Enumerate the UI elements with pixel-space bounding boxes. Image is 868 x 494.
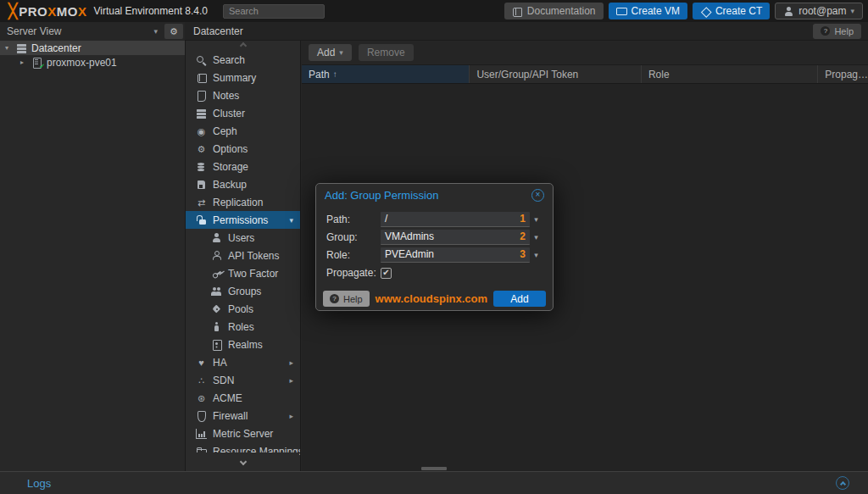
step-marker-2: 2 [520, 230, 526, 242]
view-selector-value: Server View [7, 25, 61, 37]
menu-item-backup[interactable]: Backup [186, 175, 300, 193]
chevron-right-icon: ▸ [289, 412, 293, 420]
close-icon[interactable]: × [531, 189, 544, 202]
retweet-icon: ⇄ [196, 197, 207, 208]
tree-item-label: proxmox-pve01 [47, 57, 117, 69]
menu-item-metric-server[interactable]: Metric Server [186, 425, 300, 442]
logs-splitter-handle[interactable] [421, 467, 447, 470]
check-icon: ✔ [39, 64, 45, 70]
chevron-down-icon[interactable]: ▾ [530, 233, 542, 241]
add-button[interactable]: Add▾ [309, 44, 352, 61]
create-vm-button[interactable]: Create VM [609, 3, 687, 19]
propagate-row: Propagate: ✔ [326, 264, 542, 282]
menu-item-pools[interactable]: Pools [186, 300, 300, 318]
role-combo[interactable]: PVEAdmin3 [381, 247, 530, 263]
role-field-row: Role: PVEAdmin3 ▾ [326, 246, 542, 264]
resource-tree: ▾ Datacenter ▸ ✔ proxmox-pve01 [0, 41, 185, 471]
chevron-down-icon [239, 458, 246, 465]
column-header-role[interactable]: Role [642, 65, 818, 83]
menu-item-notes[interactable]: Notes [186, 86, 300, 104]
watermark-text: www.cloudspinx.com [376, 292, 487, 305]
menu-item-storage[interactable]: Storage [186, 158, 300, 175]
global-search-input[interactable] [223, 4, 325, 19]
menu-item-sdn[interactable]: ∴SDN▸ [186, 371, 300, 389]
menu-item-search[interactable]: Search [186, 51, 300, 69]
remove-button[interactable]: Remove [359, 44, 414, 61]
tag-icon [211, 304, 222, 314]
person-icon [211, 322, 222, 332]
column-header-user-group-api-token[interactable]: User/Group/API Token [470, 65, 641, 83]
node-online-icon: ✔ [31, 58, 42, 68]
sort-asc-icon: ↑ [333, 69, 337, 79]
menu-item-cluster[interactable]: Cluster [186, 104, 300, 122]
group-field-label: Group: [326, 231, 381, 243]
address-book-icon [211, 340, 222, 350]
panel-help-button[interactable]: ?Help [813, 24, 861, 39]
expand-logs-icon[interactable] [836, 476, 849, 490]
proxmox-wordmark: PROXMOX [19, 4, 86, 19]
chevron-right-icon: ▸ [289, 358, 293, 367]
create-ct-button[interactable]: Create CT [693, 3, 770, 19]
column-header-path[interactable]: Path↑ [302, 65, 470, 83]
menu-item-api-tokens[interactable]: API Tokens [186, 247, 300, 264]
dialog-body: Path: /1 ▾ Group: VMAdmins2 ▾ Role: PVEA… [316, 207, 553, 282]
menu-item-summary[interactable]: Summary [186, 69, 300, 86]
menu-item-acme[interactable]: ⊛ACME [186, 389, 300, 407]
menu-item-replication[interactable]: ⇄Replication [186, 193, 300, 211]
book-icon [512, 6, 523, 16]
dialog-header[interactable]: Add: Group Permission × [316, 184, 553, 207]
menu-item-firewall[interactable]: Firewall▸ [186, 407, 300, 425]
group-combo[interactable]: VMAdmins2 [381, 230, 530, 245]
book-icon [196, 73, 207, 83]
path-combo[interactable]: /1 [381, 212, 530, 227]
tree-item-node[interactable]: ▸ ✔ proxmox-pve01 [0, 55, 185, 69]
user-icon [211, 233, 222, 243]
dialog-add-button[interactable]: Add [493, 291, 546, 307]
question-icon: ? [821, 26, 830, 36]
chevron-down-icon: ▾ [339, 48, 343, 57]
tree-item-datacenter[interactable]: ▾ Datacenter [0, 41, 185, 55]
menu-item-two-factor[interactable]: Two Factor [186, 264, 300, 282]
logs-bar[interactable]: Logs [0, 471, 868, 494]
gear-icon: ⚙ [170, 26, 178, 37]
menu-scroll-down[interactable] [186, 452, 299, 471]
version-text: Virtual Environment 8.4.0 [93, 5, 208, 17]
tree-settings-button[interactable]: ⚙ [164, 24, 183, 39]
grid-toolbar: Add▾ Remove [302, 41, 868, 64]
chevron-down-icon: ▾ [289, 216, 293, 225]
menu-item-realms[interactable]: Realms [186, 336, 300, 353]
column-header-propagate[interactable]: Propag… [818, 65, 868, 83]
search-icon [196, 55, 207, 65]
menu-item-roles[interactable]: Roles [186, 318, 300, 336]
documentation-button[interactable]: Documentation [504, 3, 604, 19]
propagate-label: Propagate: [326, 267, 381, 279]
user-menu-button[interactable]: root@pam▾ [775, 3, 863, 19]
view-selector-combo[interactable]: Server View ▾ [0, 22, 164, 41]
key-icon [209, 266, 225, 280]
menu-item-groups[interactable]: Groups [186, 282, 300, 300]
menu-item-ha[interactable]: ♥HA▸ [186, 353, 300, 371]
chevron-down-icon[interactable]: ▾ [530, 251, 542, 259]
chevron-down-icon[interactable]: ▾ [530, 215, 542, 224]
certificate-icon: ⊛ [196, 393, 207, 403]
menu-item-ceph[interactable]: ◉Ceph [186, 122, 300, 140]
ceph-icon: ◉ [196, 126, 207, 136]
check-icon: ✔ [382, 269, 389, 277]
cube-icon [700, 6, 711, 16]
propagate-checkbox[interactable]: ✔ [381, 268, 392, 279]
menu-item-options[interactable]: ⚙Options [186, 140, 300, 158]
dialog-help-button[interactable]: ?Help [323, 291, 370, 307]
step-marker-3: 3 [520, 248, 526, 260]
path-field-label: Path: [326, 214, 381, 225]
group-icon [211, 286, 222, 297]
dialog-footer: ?Help www.cloudspinx.com Add [316, 287, 553, 310]
chevron-down-icon: ▾ [153, 27, 158, 36]
proxmox-app-window: ╳ PROXMOX Virtual Environment 8.4.0 Docu… [0, 0, 868, 494]
shield-icon [196, 411, 207, 421]
network-icon: ∴ [196, 375, 207, 386]
menu-scroll-up[interactable] [186, 41, 299, 51]
menu-item-permissions[interactable]: Permissions▾ [186, 211, 300, 229]
chevron-right-icon: ▸ [20, 58, 27, 66]
menu-item-users[interactable]: Users [186, 229, 300, 247]
note-icon [196, 91, 207, 101]
